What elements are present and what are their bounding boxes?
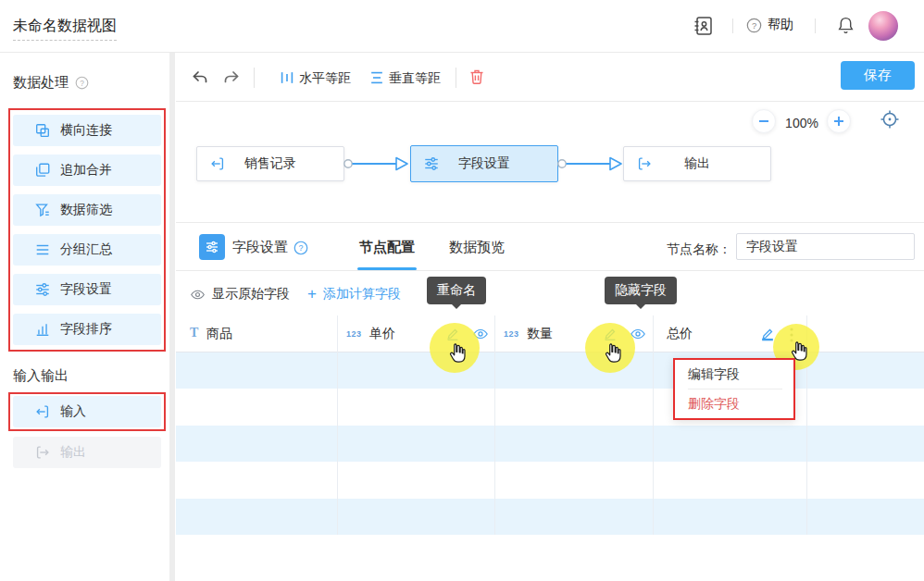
app-root: 未命名数据视图 ? 帮助 bbox=[0, 0, 924, 581]
menu-item-edit-field[interactable]: 编辑字段 bbox=[675, 360, 793, 389]
section-help-icon[interactable]: ? bbox=[75, 76, 89, 90]
column-divider bbox=[337, 315, 338, 535]
hide-field-tooltip: 隐藏字段 bbox=[605, 277, 677, 304]
horizontal-spacing-icon[interactable] bbox=[279, 69, 295, 86]
topbar-divider bbox=[732, 19, 733, 33]
table-row bbox=[176, 499, 924, 535]
svg-text:?: ? bbox=[299, 243, 304, 253]
show-original-fields-label: 显示原始字段 bbox=[212, 286, 290, 303]
toolbar-divider bbox=[254, 68, 255, 88]
svg-text:?: ? bbox=[752, 19, 756, 30]
contacts-icon[interactable] bbox=[693, 15, 715, 37]
column-header-unit-price[interactable]: 单价 bbox=[369, 326, 395, 342]
sidebar-item-label: 横向连接 bbox=[60, 122, 112, 139]
column-header-quantity[interactable]: 数量 bbox=[527, 326, 553, 342]
help-icon: ? bbox=[746, 18, 762, 33]
flow-node-sales-records[interactable]: 销售记录 bbox=[196, 146, 344, 181]
table-row bbox=[176, 462, 924, 498]
svg-text:?: ? bbox=[80, 79, 84, 88]
hand-cursor-icon bbox=[602, 341, 624, 364]
sidebar-item-append-merge[interactable]: 追加合并 bbox=[13, 155, 161, 186]
sidebar-item-field-sort[interactable]: 字段排序 bbox=[13, 314, 161, 345]
node-config-panel: 字段设置 ? 节点配置 数据预览 节点名称： 显示原始字段 + 添加计算字段 bbox=[176, 222, 924, 581]
panel-head-divider bbox=[176, 270, 924, 271]
node-label: 输出 bbox=[624, 147, 770, 180]
input-icon bbox=[34, 403, 51, 420]
group-summary-icon bbox=[34, 241, 51, 258]
sidebar-item-field-settings[interactable]: 字段设置 bbox=[13, 274, 161, 305]
topbar-divider-2 bbox=[815, 19, 816, 33]
sliders-icon bbox=[34, 281, 51, 298]
vertical-spacing-icon[interactable] bbox=[368, 69, 385, 86]
column-header-product[interactable]: 商品 bbox=[206, 326, 232, 342]
text-type-icon: T bbox=[190, 326, 198, 340]
canvas-toolbar: 水平等距 垂直等距 保存 bbox=[176, 53, 924, 102]
active-tab-underline bbox=[357, 267, 417, 270]
data-section-label: 数据处理 bbox=[13, 74, 69, 92]
node-label: 字段设置 bbox=[411, 146, 557, 181]
sidebar-item-group-summary[interactable]: 分组汇总 bbox=[13, 234, 161, 266]
number-type-icon: 123 bbox=[504, 329, 519, 339]
field-settings-panel-icon bbox=[199, 234, 225, 260]
delete-trash-icon[interactable] bbox=[468, 68, 486, 86]
horizontal-spacing-button[interactable]: 水平等距 bbox=[299, 70, 351, 87]
user-avatar[interactable] bbox=[868, 11, 898, 41]
zoom-out-button[interactable] bbox=[752, 109, 776, 133]
rename-tooltip: 重命名 bbox=[427, 277, 486, 304]
table-row bbox=[176, 389, 924, 425]
node-name-input[interactable] bbox=[736, 233, 915, 260]
panel-title: 字段设置 bbox=[232, 239, 288, 256]
io-section-label: 输入输出 bbox=[13, 367, 69, 385]
undo-icon[interactable] bbox=[191, 68, 209, 87]
number-type-icon: 123 bbox=[346, 329, 362, 339]
column-divider bbox=[653, 315, 654, 535]
node-name-label: 节点名称： bbox=[648, 241, 731, 258]
help-label: 帮助 bbox=[768, 17, 793, 33]
save-button[interactable]: 保存 bbox=[841, 61, 915, 90]
sidebar-item-output-disabled: 输出 bbox=[13, 437, 161, 468]
flow-node-field-settings[interactable]: 字段设置 bbox=[410, 145, 558, 182]
zoom-in-button[interactable] bbox=[827, 109, 851, 133]
hand-cursor-icon bbox=[788, 340, 810, 362]
tab-data-preview[interactable]: 数据预览 bbox=[449, 239, 505, 256]
show-original-fields-toggle[interactable]: 显示原始字段 bbox=[190, 286, 290, 303]
add-calculated-field-button[interactable]: + 添加计算字段 bbox=[307, 286, 401, 303]
locate-crosshair-icon[interactable] bbox=[879, 108, 901, 130]
column-header-total-price[interactable]: 总价 bbox=[667, 326, 693, 342]
flow-canvas[interactable]: 100% 销售记录 bbox=[176, 102, 924, 222]
zoom-level: 100% bbox=[774, 116, 830, 130]
sidebar-item-label: 字段排序 bbox=[60, 321, 112, 338]
add-calculated-field-label: 添加计算字段 bbox=[323, 286, 401, 303]
sidebar-item-horizontal-join[interactable]: 横向连接 bbox=[13, 115, 161, 146]
connector-line bbox=[556, 155, 625, 173]
vertical-spacing-button[interactable]: 垂直等距 bbox=[389, 70, 441, 87]
notifications-bell-icon[interactable] bbox=[836, 16, 855, 35]
field-context-menu: 编辑字段 删除字段 bbox=[673, 358, 795, 420]
sidebar-main-divider bbox=[169, 53, 175, 581]
table-body bbox=[176, 352, 924, 535]
redo-icon[interactable] bbox=[222, 68, 241, 87]
sidebar-section-data-title: 数据处理 ? bbox=[13, 74, 89, 92]
sidebar-section-io-title: 输入输出 bbox=[13, 367, 69, 385]
tab-node-config[interactable]: 节点配置 bbox=[359, 239, 415, 256]
column-divider bbox=[494, 315, 495, 535]
panel-help-icon[interactable]: ? bbox=[293, 241, 308, 255]
node-label: 销售记录 bbox=[197, 147, 343, 180]
page-title[interactable]: 未命名数据视图 bbox=[13, 17, 117, 41]
sidebar-item-label: 字段设置 bbox=[60, 281, 112, 298]
flow-node-output[interactable]: 输出 bbox=[623, 146, 771, 181]
help-button[interactable]: ? 帮助 bbox=[746, 17, 793, 33]
sidebar-item-label: 数据筛选 bbox=[60, 202, 112, 218]
plus-icon: + bbox=[307, 288, 317, 301]
top-bar: 未命名数据视图 ? 帮助 bbox=[0, 0, 924, 53]
hand-cursor-icon bbox=[446, 341, 468, 364]
toolbar-divider-2 bbox=[456, 68, 456, 88]
filter-icon bbox=[34, 202, 51, 218]
table-row bbox=[176, 426, 924, 462]
menu-item-delete-field[interactable]: 删除字段 bbox=[675, 389, 793, 418]
sidebar-item-label: 追加合并 bbox=[60, 162, 112, 179]
sidebar-item-input[interactable]: 输入 bbox=[13, 396, 161, 427]
sidebar-item-label: 分组汇总 bbox=[60, 241, 112, 258]
eye-icon bbox=[190, 287, 206, 303]
sidebar-item-data-filter[interactable]: 数据筛选 bbox=[13, 194, 161, 226]
